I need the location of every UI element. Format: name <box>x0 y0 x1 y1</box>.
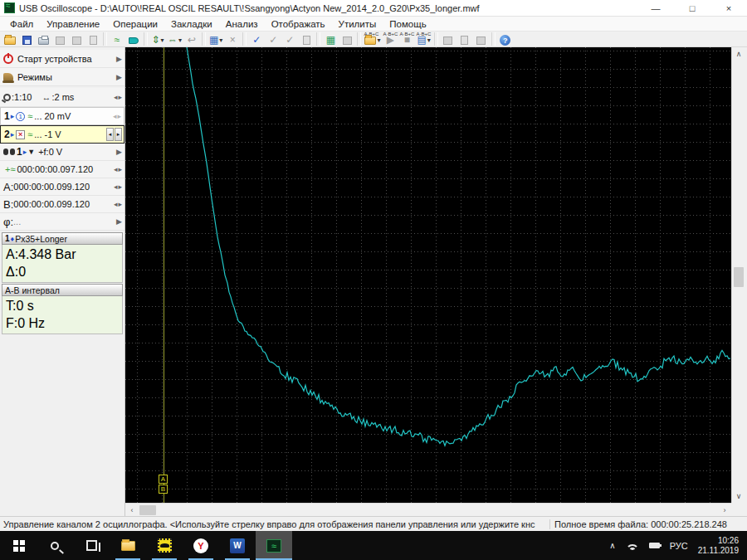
channel-2-off-icon[interactable]: × <box>16 130 25 139</box>
marker-a-value[interactable]: 000:00:00.099.120 <box>13 182 114 192</box>
expand-arrow-icon[interactable]: ▶ <box>116 217 123 226</box>
scroll-up-icon[interactable]: ∧ <box>732 47 745 61</box>
sweep-width-icon: ↔ <box>42 92 51 102</box>
marker-a-flag[interactable]: A <box>159 475 168 484</box>
menu-help[interactable]: Помощь <box>383 18 432 30</box>
abc-open-button-dropdown-icon[interactable]: ▾ <box>377 35 380 46</box>
window3-button <box>473 32 490 46</box>
horizontal-scroll-thumb[interactable] <box>139 505 156 515</box>
marker-b-row[interactable]: B: 000:00:00.099.120 ◂ ▸ <box>0 196 124 213</box>
spin-right-icon[interactable]: ▸ <box>118 165 123 173</box>
expand-arrow-icon[interactable]: ▶ <box>116 73 123 81</box>
zoom-vertical-button-dropdown-icon[interactable]: ▾ <box>161 35 164 46</box>
start-device-row[interactable]: Старт устройства ▶ <box>0 50 124 68</box>
zoom-horizontal-button-dropdown-icon[interactable]: ▾ <box>178 35 182 46</box>
trigger-channel: 1 <box>17 146 22 158</box>
zoom-vertical-button[interactable]: ⇕▾ <box>149 32 166 46</box>
channel-arrow-icon: ▸ <box>23 148 27 156</box>
menu-utilities[interactable]: Утилиты <box>332 18 383 30</box>
expand-arrow-icon[interactable]: ▶ <box>116 148 123 156</box>
open-file-button[interactable] <box>2 32 18 46</box>
help-button[interactable]: ? <box>497 32 514 46</box>
menu-file[interactable]: Файл <box>3 18 40 30</box>
menu-display[interactable]: Отображать <box>265 18 332 30</box>
taskbar-word[interactable]: W <box>219 531 256 560</box>
toolbar: ≈⇕▾⇔▾↩▦▾×✓✓✓▦A·B+C▾A·B+C▶A·B+C■A·B+C▤▾? <box>0 32 747 47</box>
taskbar-file-explorer[interactable] <box>110 531 146 560</box>
spin-right-icon[interactable]: ▸ <box>118 183 123 191</box>
zoom-horizontal-button[interactable]: ⇔▾ <box>166 32 183 46</box>
battery-icon[interactable] <box>644 531 665 560</box>
phase-label: φ: <box>3 216 13 228</box>
file-total-time: Полное время файла: 000:00:25.218.248 <box>549 519 747 529</box>
channel-1-row[interactable]: 1 ▸ 1 ≈ ... 20 mV ◂ ▸ <box>0 107 124 125</box>
close-button[interactable]: × <box>710 0 747 16</box>
trigger-slope-icon[interactable]: ▼ <box>27 148 36 156</box>
chart-mode-button[interactable]: ▦▾ <box>208 32 224 46</box>
marker-b-value[interactable]: 000:00:00.099.120 <box>13 199 114 209</box>
marker-a-row[interactable]: A: 000:00:00.099.120 ◂ ▸ <box>0 178 124 196</box>
power-icon <box>3 54 13 64</box>
status-bar: Управление каналом 2 осциллографа. <Испо… <box>0 516 747 531</box>
select-chart-button[interactable]: ▦ <box>322 32 339 46</box>
modes-row[interactable]: Режимы ▶ <box>0 68 124 86</box>
clock[interactable]: 10:26 21.11.2019 <box>693 531 747 560</box>
trigger-level[interactable]: +f:0 V <box>36 147 116 157</box>
abc-list-button-dropdown-icon[interactable]: ▾ <box>427 35 431 46</box>
scope-canvas[interactable] <box>125 47 731 503</box>
spin-right-icon[interactable]: ▸ <box>118 93 123 101</box>
print-button[interactable] <box>35 32 51 46</box>
channel-2-row[interactable]: 2 ▸ × ≈ ... -1 V ◂ ▸ <box>0 125 124 144</box>
scroll-down-icon[interactable]: ∨ <box>732 489 745 503</box>
maximize-button[interactable]: □ <box>674 0 710 16</box>
channel-2-right-button[interactable]: ▸ <box>115 128 122 141</box>
task-view-icon <box>86 540 97 551</box>
abc-list-button[interactable]: A·B+C▤▾ <box>415 32 432 46</box>
taskbar-start-button[interactable] <box>0 531 37 560</box>
channel-1-mode-icon[interactable]: 1 <box>16 112 25 121</box>
cursor-time-row[interactable]: +≈ 000:00:00.097.120 ◂ ▸ <box>0 161 124 178</box>
taskbar-usb-oscilloscope[interactable]: ≈ <box>256 531 292 560</box>
chart-mode-button-dropdown-icon[interactable]: ▾ <box>219 35 222 46</box>
taskbar-yandex-browser[interactable]: Y <box>183 531 219 560</box>
wifi-icon[interactable] <box>621 531 644 560</box>
phase-row[interactable]: φ: ... ▶ <box>0 213 124 231</box>
cursor-wave-icon: +≈ <box>5 164 15 174</box>
language-indicator[interactable]: РУС <box>665 531 693 560</box>
menu-control[interactable]: Управление <box>40 18 106 30</box>
scroll-right-icon[interactable]: › <box>718 504 731 517</box>
sweep-time-value[interactable]: :2 ms <box>51 92 113 102</box>
probe-sweep-row[interactable]: :1:10 ↔ :2 ms ◂ ▸ <box>0 88 124 107</box>
impulse-marker-button[interactable]: ≈ <box>109 32 125 46</box>
measure-panel-2-header[interactable]: A-B интервал <box>2 284 123 296</box>
taskbar-task-view[interactable] <box>73 531 110 560</box>
probe-ratio-value[interactable]: :1:10 <box>12 92 32 102</box>
measure-1-channel: 1 <box>5 234 10 243</box>
channel-2-range[interactable]: ... -1 V <box>34 129 105 139</box>
channel-1-range[interactable]: ... 20 mV <box>34 111 113 121</box>
vertical-scrollbar[interactable]: ∧ ∨ <box>731 47 745 503</box>
abc-open-button[interactable]: A·B+C▾ <box>363 32 382 46</box>
modes-icon <box>3 73 13 81</box>
taskbar-batman-app[interactable] <box>146 531 183 560</box>
apply-check-button[interactable]: ✓ <box>248 32 265 46</box>
menu-analysis[interactable]: Анализ <box>219 18 265 30</box>
hidden-icons-chevron-icon[interactable]: ∧ <box>604 531 620 560</box>
vertical-scroll-thumb[interactable] <box>734 267 744 287</box>
scroll-left-icon[interactable]: ‹ <box>125 504 139 517</box>
horizontal-scrollbar[interactable]: ‹ › <box>125 503 731 516</box>
trigger-row[interactable]: 1 ▸ ▼ +f:0 V ▶ <box>0 144 124 161</box>
menu-bookmarks[interactable]: Закладки <box>164 18 219 30</box>
menu-operations[interactable]: Операции <box>106 18 164 30</box>
clamp-marker-button[interactable] <box>125 32 142 46</box>
measure-panel-1-header[interactable]: 1 ♦ Px35+Longer <box>2 232 123 245</box>
save-file-button[interactable] <box>18 32 35 46</box>
scrollbar-corner <box>731 503 747 516</box>
taskbar-search[interactable] <box>37 531 73 560</box>
channel-2-left-button[interactable]: ◂ <box>106 128 114 141</box>
spin-right-icon[interactable]: ▸ <box>118 200 123 208</box>
cursor-time-value[interactable]: 000:00:00.097.120 <box>17 164 113 174</box>
marker-b-flag[interactable]: B <box>159 485 168 494</box>
minimize-button[interactable]: — <box>637 0 674 16</box>
expand-arrow-icon[interactable]: ▶ <box>116 55 123 63</box>
